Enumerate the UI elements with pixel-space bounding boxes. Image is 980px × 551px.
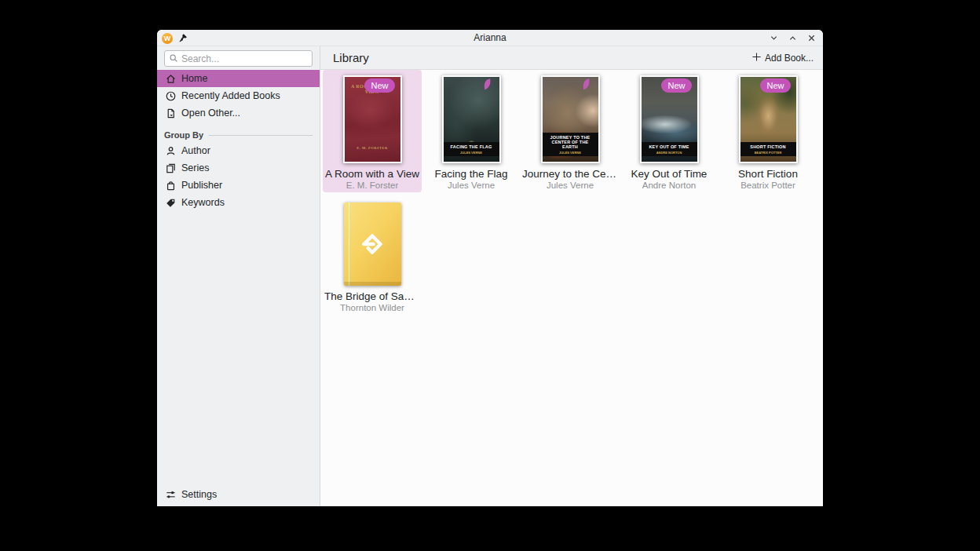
book-card[interactable]: New A ROOM WITH A VIEW E. M. FORSTER A R… [323, 70, 422, 192]
new-petal-badge [483, 78, 492, 91]
sidebar-item-open-other[interactable]: Open Other... [157, 104, 320, 122]
cover-band: KEY OUT OF TIME ANDRE NORTON [642, 142, 697, 156]
clock-icon [164, 89, 177, 102]
book-card[interactable]: FACING THE FLAG JULES VERNE Facing the F… [422, 70, 521, 192]
group-by-header: Group By [164, 130, 313, 140]
document-icon [164, 107, 177, 119]
book-title: Short Fiction [738, 168, 798, 180]
book-author: Jules Verne [547, 181, 594, 191]
book-title: Key Out of Time [631, 168, 708, 180]
sidebar-item-publisher[interactable]: Publisher [157, 177, 320, 194]
sidebar-item-label: Series [181, 162, 209, 173]
new-badge: New [364, 78, 394, 93]
book-author: Beatrix Potter [740, 181, 795, 191]
sidebar-item-label: Open Other... [181, 108, 240, 119]
sidebar-item-label: Keywords [181, 197, 225, 208]
close-button[interactable] [806, 34, 816, 43]
tag-icon [164, 196, 177, 209]
cover-author-text: E. M. FORSTER [345, 146, 400, 150]
cover-band: FACING THE FLAG JULES VERNE [444, 142, 499, 156]
new-petal-badge [582, 78, 591, 91]
library-content: New A ROOM WITH A VIEW E. M. FORSTER A R… [320, 70, 823, 506]
maximize-button[interactable] [788, 34, 797, 43]
main-area: Library Add Book... New A ROOM WITH A VI… [320, 46, 823, 506]
search-input[interactable] [181, 53, 308, 64]
sidebar: Home Recently Added Books Open Other... … [157, 46, 320, 506]
person-icon [164, 144, 177, 157]
bag-icon [164, 179, 177, 192]
search-box[interactable] [164, 50, 313, 67]
book-author: Jules Verne [448, 181, 495, 191]
sliders-icon [164, 488, 177, 501]
title-bar: W Arianna [157, 30, 823, 46]
sidebar-item-settings[interactable]: Settings [157, 486, 320, 503]
cover-band: JOURNEY TO THE CENTER OF THE EARTH JULES… [543, 133, 598, 156]
sidebar-item-author[interactable]: Author [157, 142, 320, 159]
new-badge: New [661, 78, 691, 93]
book-card[interactable]: New SHORT FICTION BEATRIX POTTER Short F… [719, 70, 817, 192]
sidebar-item-label: Settings [181, 489, 217, 500]
book-grid: New A ROOM WITH A VIEW E. M. FORSTER A R… [320, 70, 823, 315]
book-author: Thornton Wilder [340, 303, 404, 313]
new-badge: New [760, 78, 790, 93]
sidebar-item-recently-added[interactable]: Recently Added Books [157, 87, 320, 104]
sidebar-item-label: Recently Added Books [181, 90, 280, 101]
sidebar-item-label: Home [181, 73, 207, 84]
book-card[interactable]: The Bridge of San L... Thornton Wilder [323, 192, 422, 315]
sidebar-item-keywords[interactable]: Keywords [157, 194, 320, 211]
minimize-button[interactable] [769, 34, 778, 43]
pages-icon [164, 162, 177, 174]
main-header: Library Add Book... [320, 46, 823, 70]
book-author: E. M. Forster [346, 181, 398, 191]
plus-icon [751, 52, 762, 64]
book-title: Journey to the Cent... [522, 168, 618, 180]
book-cover: FACING THE FLAG JULES VERNE [442, 75, 501, 163]
search-icon [169, 52, 178, 66]
app-window: W Arianna [157, 30, 823, 506]
book-title: The Bridge of San L... [324, 290, 420, 302]
book-title: Facing the Flag [434, 168, 507, 180]
window-title: Arianna [157, 30, 823, 46]
sidebar-item-series[interactable]: Series [157, 159, 320, 177]
book-card[interactable]: New KEY OUT OF TIME ANDRE NORTON Key Out… [620, 70, 719, 192]
book-cover [344, 203, 401, 286]
divider [209, 135, 313, 136]
cover-band: SHORT FICTION BEATRIX POTTER [740, 142, 796, 156]
book-title: A Room with a View [325, 168, 419, 180]
book-cover: JOURNEY TO THE CENTER OF THE EARTH JULES… [541, 75, 600, 163]
epub-logo-icon [358, 230, 386, 258]
sidebar-item-label: Publisher [181, 180, 222, 191]
page-title: Library [333, 51, 369, 64]
home-icon [164, 72, 177, 85]
book-card[interactable]: JOURNEY TO THE CENTER OF THE EARTH JULES… [521, 70, 620, 192]
sidebar-item-label: Author [181, 145, 210, 156]
book-author: Andre Norton [642, 181, 696, 191]
sidebar-item-home[interactable]: Home [157, 70, 320, 87]
add-book-button[interactable]: Add Book... [751, 52, 814, 64]
